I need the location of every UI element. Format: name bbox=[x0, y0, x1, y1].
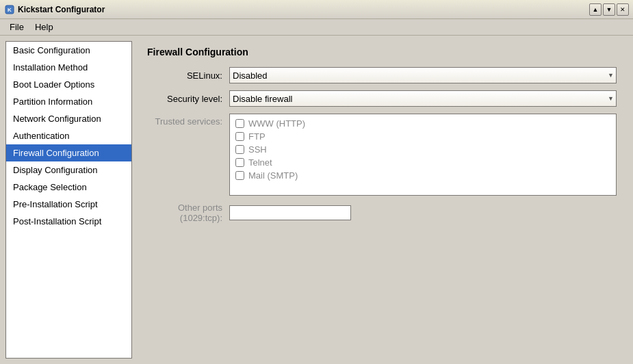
sidebar-item-authentication[interactable]: Authentication bbox=[6, 127, 131, 144]
sidebar-item-firewall-configuration[interactable]: Firewall Configuration bbox=[6, 144, 131, 161]
service-ftp[interactable]: FTP bbox=[235, 131, 610, 142]
service-telnet-label: Telnet bbox=[248, 157, 272, 168]
sidebar-item-installation-method[interactable]: Installation Method bbox=[6, 59, 131, 76]
trusted-services-box: WWW (HTTP) FTP SSH Telnet Mail (SMTP) bbox=[229, 114, 617, 196]
service-ftp-label: FTP bbox=[248, 131, 266, 142]
svg-text:K: K bbox=[8, 7, 12, 13]
security-level-select[interactable]: Disable firewall Enable firewall No fire… bbox=[229, 90, 617, 107]
other-ports-label: Other ports (1029:tcp): bbox=[147, 203, 222, 223]
service-ftp-checkbox[interactable] bbox=[235, 132, 244, 141]
sidebar: Basic Configuration Installation Method … bbox=[5, 41, 132, 359]
app-icon: K bbox=[4, 4, 15, 15]
menubar: File Help bbox=[0, 19, 633, 36]
sidebar-item-pre-installation-script[interactable]: Pre-Installation Script bbox=[6, 196, 131, 213]
selinux-select-wrapper: Disabled Enforcing Permissive bbox=[229, 67, 617, 83]
trusted-services-row: Trusted services: WWW (HTTP) FTP SSH Tel… bbox=[147, 114, 617, 196]
service-ssh-checkbox[interactable] bbox=[235, 145, 244, 154]
service-mail-label: Mail (SMTP) bbox=[248, 170, 298, 181]
service-mail-checkbox[interactable] bbox=[235, 171, 244, 180]
page-title: Firewall Configuration bbox=[147, 47, 617, 57]
sidebar-item-boot-loader-options[interactable]: Boot Loader Options bbox=[6, 76, 131, 93]
trusted-services-label: Trusted services: bbox=[147, 114, 222, 127]
other-ports-row: Other ports (1029:tcp): bbox=[147, 203, 617, 223]
titlebar: K Kickstart Configurator ▲ ▼ ✕ bbox=[0, 0, 633, 19]
selinux-row: SELinux: Disabled Enforcing Permissive bbox=[147, 67, 617, 83]
selinux-label: SELinux: bbox=[147, 70, 222, 81]
service-www[interactable]: WWW (HTTP) bbox=[235, 118, 610, 129]
sidebar-item-partition-information[interactable]: Partition Information bbox=[6, 93, 131, 110]
window-title: Kickstart Configurator bbox=[18, 5, 589, 14]
menu-help[interactable]: Help bbox=[29, 21, 59, 34]
sidebar-item-basic-configuration[interactable]: Basic Configuration bbox=[6, 42, 131, 59]
selinux-control-wrap: Disabled Enforcing Permissive bbox=[229, 67, 617, 83]
main-container: Basic Configuration Installation Method … bbox=[0, 36, 633, 364]
security-level-row: Security level: Disable firewall Enable … bbox=[147, 90, 617, 107]
sidebar-item-package-selection[interactable]: Package Selection bbox=[6, 179, 131, 196]
sidebar-item-network-configuration[interactable]: Network Configuration bbox=[6, 110, 131, 127]
sidebar-item-post-installation-script[interactable]: Post-Installation Script bbox=[6, 213, 131, 230]
selinux-select[interactable]: Disabled Enforcing Permissive bbox=[229, 67, 617, 83]
service-mail[interactable]: Mail (SMTP) bbox=[235, 170, 610, 181]
other-ports-control-wrap bbox=[229, 205, 617, 220]
content-area: Firewall Configuration SELinux: Disabled… bbox=[136, 41, 628, 359]
scroll-up-btn[interactable]: ▲ bbox=[589, 3, 602, 16]
window-controls: ▲ ▼ ✕ bbox=[589, 3, 629, 16]
close-button[interactable]: ✕ bbox=[617, 3, 629, 16]
security-level-label: Security level: bbox=[147, 94, 222, 104]
security-level-control-wrap: Disable firewall Enable firewall No fire… bbox=[229, 90, 617, 107]
service-telnet[interactable]: Telnet bbox=[235, 157, 610, 168]
other-ports-input[interactable] bbox=[229, 205, 351, 220]
service-www-checkbox[interactable] bbox=[235, 119, 244, 128]
security-level-select-wrapper: Disable firewall Enable firewall No fire… bbox=[229, 90, 617, 107]
service-telnet-checkbox[interactable] bbox=[235, 158, 244, 167]
menu-file[interactable]: File bbox=[4, 21, 29, 34]
scroll-down-btn[interactable]: ▼ bbox=[603, 3, 615, 16]
service-www-label: WWW (HTTP) bbox=[248, 118, 305, 129]
service-ssh[interactable]: SSH bbox=[235, 144, 610, 155]
service-ssh-label: SSH bbox=[248, 144, 267, 155]
sidebar-item-display-configuration[interactable]: Display Configuration bbox=[6, 161, 131, 179]
